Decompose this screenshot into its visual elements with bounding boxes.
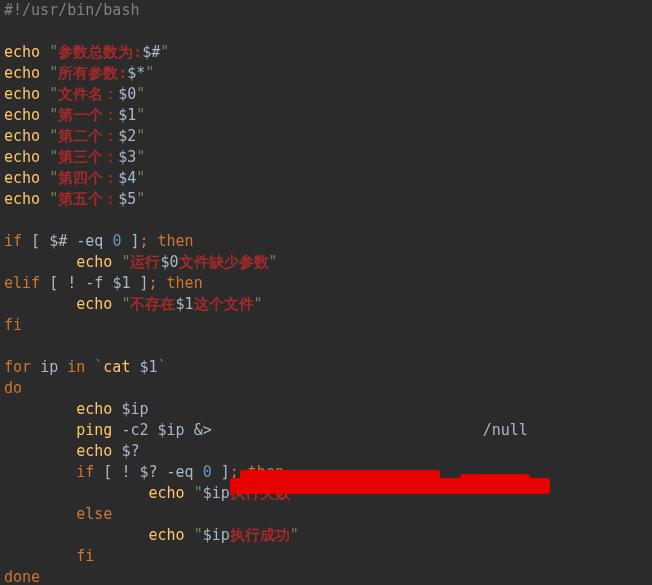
bracket: [ [31,232,49,250]
shebang-line: #!/usr/bin/bash [4,1,139,19]
var: $0 [160,253,178,271]
quote: " [185,484,203,502]
var: $? [121,442,139,460]
quote: " [136,127,145,145]
cmd: echo [76,442,121,460]
quote: " [49,148,58,166]
indent [4,547,76,565]
quote: " [254,295,263,313]
cmd: ping [76,421,112,439]
keyword-fi: fi [76,547,94,565]
var: $# [142,43,160,61]
cmd: echo [76,253,112,271]
indent [4,253,76,271]
indent [4,295,76,313]
code-block: #!/usr/bin/bash echo "参数总数为:$#" echo "所有… [0,0,652,585]
keyword-done: done [4,568,40,585]
quote: " [49,127,58,145]
cmd: echo [4,169,40,187]
keyword-then: ; then [139,232,193,250]
indent [4,400,76,418]
var: $2 [118,127,136,145]
cmd: echo [4,43,40,61]
cmd: echo [4,127,40,145]
indent [4,463,76,481]
keyword-fi: fi [4,316,22,334]
number: 0 [203,463,212,481]
keyword-then: ; then [149,274,203,292]
var: $* [127,64,145,82]
keyword-in: in [58,358,94,376]
cmd: echo [4,64,40,82]
quote: " [136,85,145,103]
backtick: ` [158,358,167,376]
quote: " [145,64,154,82]
cmd: cat [103,358,139,376]
string-literal: 文件名： [58,85,118,103]
redaction-mark [460,474,530,488]
bracket: ] [121,232,139,250]
quote: " [160,43,169,61]
var: $5 [118,190,136,208]
var: $ip [203,526,230,544]
quote: " [269,253,278,271]
var: $1 [112,274,130,292]
var: $ip [158,421,185,439]
path-tail: /null [483,421,528,439]
string-literal: 所有参数: [58,64,127,82]
var: $ip [121,400,148,418]
indent [4,442,76,460]
string-literal: 这个文件 [194,295,254,313]
string-literal: 第二个： [58,127,118,145]
args: -c2 [112,421,157,439]
redirect: &> [185,421,221,439]
keyword-if: if [76,463,103,481]
cmd: echo [4,106,40,124]
string-literal: 第五个： [58,190,118,208]
string-literal: 第一个： [58,106,118,124]
string-literal: 执行成功 [230,526,290,544]
cmd: echo [149,484,185,502]
var: $? [139,463,157,481]
backtick: ` [94,358,103,376]
cmd: echo [76,400,121,418]
cmd: echo [76,295,112,313]
string-literal: 运行 [130,253,160,271]
keyword-elif: elif [4,274,49,292]
var: $3 [118,148,136,166]
quote: " [49,43,58,61]
quote: " [136,190,145,208]
quote: " [49,106,58,124]
quote: " [290,526,299,544]
quote: " [49,190,58,208]
keyword-for: for [4,358,40,376]
indent [4,505,76,523]
quote: " [136,106,145,124]
quote: " [136,169,145,187]
var: $ip [203,484,230,502]
quote: " [49,169,58,187]
bracket: [ ! -f [49,274,112,292]
string-literal: 参数总数为: [58,43,142,61]
op: -eq [158,463,203,481]
var: $1 [175,295,193,313]
quote: " [136,148,145,166]
string-literal: 第三个： [58,148,118,166]
string-literal: 第四个： [58,169,118,187]
cmd: echo [4,190,40,208]
quote: " [49,64,58,82]
cmd: echo [4,148,40,166]
var: $1 [139,358,157,376]
redacted-path [221,421,483,439]
var: $1 [118,106,136,124]
redaction-mark [240,470,440,482]
cmd: echo [4,85,40,103]
quote: " [185,526,203,544]
cmd: echo [149,526,185,544]
quote: " [112,253,130,271]
keyword-else: else [76,505,112,523]
var: $4 [118,169,136,187]
bracket: [ ! [103,463,139,481]
bracket: ] [212,463,230,481]
quote: " [49,85,58,103]
